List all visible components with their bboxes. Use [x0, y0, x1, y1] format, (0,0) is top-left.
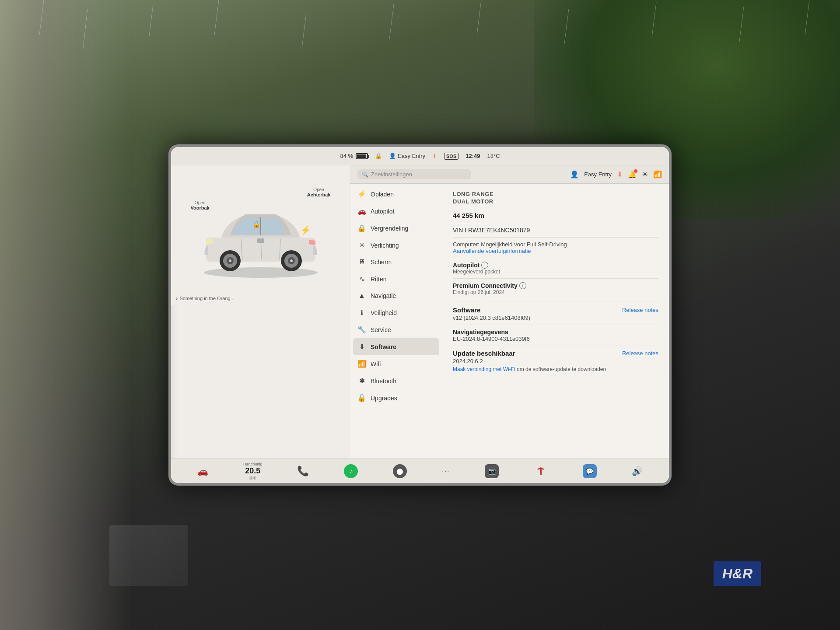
taskbar-spotify[interactable]: ♪ [344, 464, 358, 478]
premium-info-icon[interactable]: i [519, 282, 526, 289]
nav-item-wifi[interactable]: 📶 Wifi [350, 355, 442, 372]
music-text: Something in the Orang... [180, 296, 234, 301]
nav-data-row: Navigatiegegevens EU-2024.8-14900-4311e0… [453, 325, 658, 346]
release-notes-link[interactable]: Release notes [622, 307, 658, 313]
message-icon: 💬 [583, 464, 597, 478]
autopilot-label: Autopilot [453, 262, 480, 269]
taskbar-car[interactable]: 🚗 [197, 466, 208, 476]
nav-icon-navigatie: ▲ [357, 292, 366, 300]
car-visualization: ⚡ 🔒 [191, 174, 331, 297]
nav-label-veiligheid: Veiligheid [371, 309, 397, 316]
nav-icon-vergrendeling: 🔒 [357, 224, 366, 232]
speed-sub: ◎◎ [249, 476, 256, 480]
nav-label-navigatie: Navigatie [371, 292, 396, 299]
time-display: 12:49 [466, 153, 480, 159]
svg-point-11 [204, 267, 318, 278]
phone-icon: 📞 [297, 466, 309, 477]
nav-label-opladen: Opladen [371, 191, 394, 198]
computer-row: Computer: Mogelijkheid voor Full Self-Dr… [453, 238, 658, 258]
svg-point-21 [290, 259, 293, 262]
nav-item-ritten[interactable]: ∿ Ritten [350, 270, 442, 287]
nav-item-upgrades[interactable]: 🔓 Upgrades [350, 389, 442, 406]
taskbar-car-icon: 🚗 [197, 466, 208, 476]
update-release-notes-link[interactable]: Release notes [622, 350, 658, 357]
search-icon: 🔍 [362, 172, 368, 178]
software-title-label: Software [453, 306, 480, 314]
taskbar: 🚗 Handmatig 20.5 ◎◎ 📞 ♪ ⬤ ··· [171, 458, 669, 483]
taskbar-tesla-t[interactable] [534, 464, 548, 478]
nav-item-vergrendeling[interactable]: 🔒 Vergrendeling [350, 220, 442, 237]
nav-label-ritten: Ritten [371, 276, 387, 283]
taskbar-more[interactable]: ··· [442, 468, 450, 475]
spotify-icon: ♪ [344, 464, 358, 478]
taskbar-camera[interactable]: ⬤ [393, 464, 407, 478]
nav-item-autopilot[interactable]: 🚗 Autopilot [350, 203, 442, 220]
autopilot-row: Autopilot i Meegeleverd pakket [453, 258, 658, 279]
nav-item-scherm[interactable]: 🖥 Scherm [350, 254, 442, 270]
settings-detail-panel: LONG RANGE DUAL MOTOR 44 255 km VIN LRW3… [442, 184, 669, 458]
nav-icon-bluetooth: ✱ [357, 377, 366, 385]
update-version: 2024.20.6.2 [453, 358, 483, 364]
nav-label-upgrades: Upgrades [371, 395, 397, 402]
battery-percent: 84 % [340, 153, 353, 159]
left-panel: EDGE Open Voorbak Open Achterbak [171, 147, 350, 305]
lock-icon-status: 🔒 [375, 153, 382, 159]
person-icon: 👤 [570, 170, 579, 178]
taskbar-nav[interactable]: 📷 [485, 464, 499, 478]
nav-icon-opladen: ⚡ [357, 190, 366, 198]
status-bar: 84 % 🔒 👤 Easy Entry ⬇ SOS 12:49 18°C [171, 147, 669, 165]
battery-info: 84 % [340, 153, 368, 159]
nav-label-service: Service [371, 326, 391, 333]
premium-sub: Eindigt op 26 jul, 2024 [453, 289, 505, 295]
more-icon: ··· [442, 468, 450, 475]
software-section: Software Release notes v12 (2024.20.3 c8… [453, 303, 658, 325]
easy-entry-status: 👤 Easy Entry [389, 153, 425, 159]
settings-nav: ⚡ Opladen 🚗 Autopilot 🔒 Vergrendeling ✳ … [350, 184, 442, 458]
wifi-warning-suffix: om de software-update te downloaden [517, 366, 606, 372]
taskbar-phone[interactable]: 📞 [297, 466, 309, 477]
nav-item-bluetooth[interactable]: ✱ Bluetooth [350, 372, 442, 389]
nav-icon-autopilot: 🚗 [357, 207, 366, 215]
svg-text:⚡: ⚡ [300, 225, 311, 235]
car-model-line2: DUAL MOTOR [453, 198, 658, 205]
settings-top-icons: 👤 Easy Entry ⬇ 🔔 ☀ 📶 [570, 170, 662, 178]
temperature-display: 18°C [487, 153, 500, 159]
car-area: Open Voorbak Open Achterbak [182, 165, 340, 305]
speed-label: Handmatig [243, 462, 262, 466]
tesla-screen: 84 % 🔒 👤 Easy Entry ⬇ SOS 12:49 18°C EDG… [168, 144, 672, 486]
settings-top-bar: 🔍 Zoekinstellingen 👤 Easy Entry ⬇ 🔔 ☀ 📶 [350, 165, 669, 184]
taskbar-message[interactable]: 💬 [583, 464, 597, 478]
music-icon: ♪ [175, 296, 178, 301]
wifi-link[interactable]: Maak verbinding met Wi-Fi [453, 366, 515, 372]
nav-item-software[interactable]: ⬇ Software [353, 338, 439, 355]
nav-icon-software: ⬇ [357, 343, 366, 351]
nav-label-vergrendeling: Vergrendeling [371, 225, 408, 232]
wifi-bars-icon: 📶 [653, 170, 662, 178]
nav-icon-wifi: 📶 [357, 360, 366, 368]
nav-item-opladen[interactable]: ⚡ Opladen [350, 186, 442, 203]
battery-icon [356, 153, 368, 159]
autopilot-info-icon[interactable]: i [481, 262, 488, 269]
vin-value: VIN LRW3E7EK4NC501879 [453, 227, 530, 234]
nav-icon-verlichting: ✳ [357, 241, 366, 249]
nav-label-scherm: Scherm [371, 259, 392, 266]
brightness-icon: ☀ [642, 170, 648, 178]
nav-item-verlichting[interactable]: ✳ Verlichting [350, 237, 442, 254]
vehicle-info-link[interactable]: Aanvullende voertuiginformatie [453, 248, 531, 254]
music-info: ♪ Something in the Orang... [175, 296, 234, 301]
taskbar-volume[interactable]: 🔊 [632, 466, 643, 476]
nav-icon-service: 🔧 [357, 326, 366, 334]
download-icon-status: ⬇ [432, 153, 437, 159]
car-svg: ⚡ 🔒 [191, 174, 331, 297]
software-version: v12 (2024.20.3 c81e61408f09) [453, 315, 530, 321]
nav-item-navigatie[interactable]: ▲ Navigatie [350, 287, 442, 304]
nav-item-veiligheid[interactable]: ℹ Veiligheid [350, 304, 442, 321]
taskbar-speed-display: Handmatig 20.5 ◎◎ [243, 462, 262, 480]
easy-entry-top-label: Easy Entry [584, 171, 612, 178]
download-icon-top: ⬇ [617, 170, 623, 178]
nav-item-service[interactable]: 🔧 Service [350, 321, 442, 338]
wifi-warning-text: Maak verbinding met Wi-Fi om de software… [453, 366, 606, 372]
nav-icon-scherm: 🖥 [357, 258, 366, 266]
nav-icon-ritten: ∿ [357, 275, 366, 283]
search-box[interactable]: 🔍 Zoekinstellingen [357, 169, 471, 179]
